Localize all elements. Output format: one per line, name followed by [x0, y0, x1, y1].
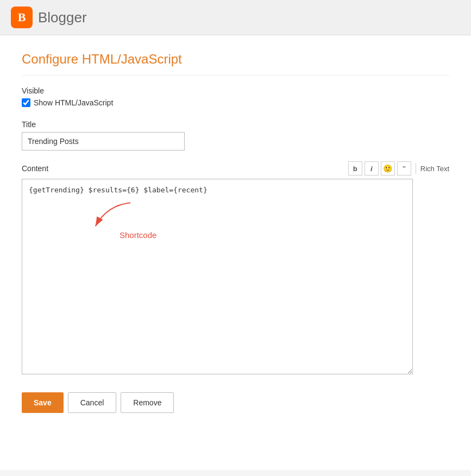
remove-button[interactable]: Remove	[121, 392, 174, 413]
title-label: Title	[22, 120, 449, 129]
show-html-checkbox[interactable]	[22, 98, 30, 107]
checkbox-row: Show HTML/JavaScript	[22, 98, 449, 107]
blockquote-button[interactable]: "	[397, 161, 411, 176]
blogger-wordmark: Blogger	[38, 9, 87, 26]
blogger-logo: B	[11, 7, 33, 28]
content-toolbar: b i 🙂 " Rich Text	[348, 161, 449, 176]
content-textarea[interactable]: {getTrending} $results={6} $label={recen…	[22, 179, 413, 374]
cancel-button[interactable]: Cancel	[68, 392, 117, 413]
emoji-button[interactable]: 🙂	[381, 161, 395, 176]
blockquote-icon: "	[402, 164, 406, 173]
content-section: Content b i 🙂 " Rich Text {getTrending} …	[22, 161, 449, 376]
header-bar: B Blogger	[0, 0, 471, 35]
italic-button[interactable]: i	[365, 161, 379, 176]
page-title: Configure HTML/JavaScript	[22, 52, 449, 76]
main-content: Configure HTML/JavaScript Visible Show H…	[0, 35, 471, 470]
emoji-icon: 🙂	[383, 164, 392, 173]
save-button[interactable]: Save	[22, 392, 64, 413]
title-input[interactable]	[22, 132, 185, 151]
content-area-wrapper: {getTrending} $results={6} $label={recen…	[22, 179, 413, 376]
rich-text-link[interactable]: Rich Text	[420, 165, 449, 173]
buttons-row: Save Cancel Remove	[22, 392, 449, 413]
title-section: Title	[22, 120, 449, 151]
bold-button[interactable]: b	[348, 161, 362, 176]
content-label: Content	[22, 164, 48, 173]
show-html-label[interactable]: Show HTML/JavaScript	[34, 98, 113, 107]
visible-section: Visible Show HTML/JavaScript	[22, 86, 449, 107]
toolbar-divider	[416, 163, 416, 174]
form-section: Visible Show HTML/JavaScript Title Conte…	[22, 86, 449, 413]
content-header: Content b i 🙂 " Rich Text	[22, 161, 449, 176]
visible-label: Visible	[22, 86, 449, 95]
